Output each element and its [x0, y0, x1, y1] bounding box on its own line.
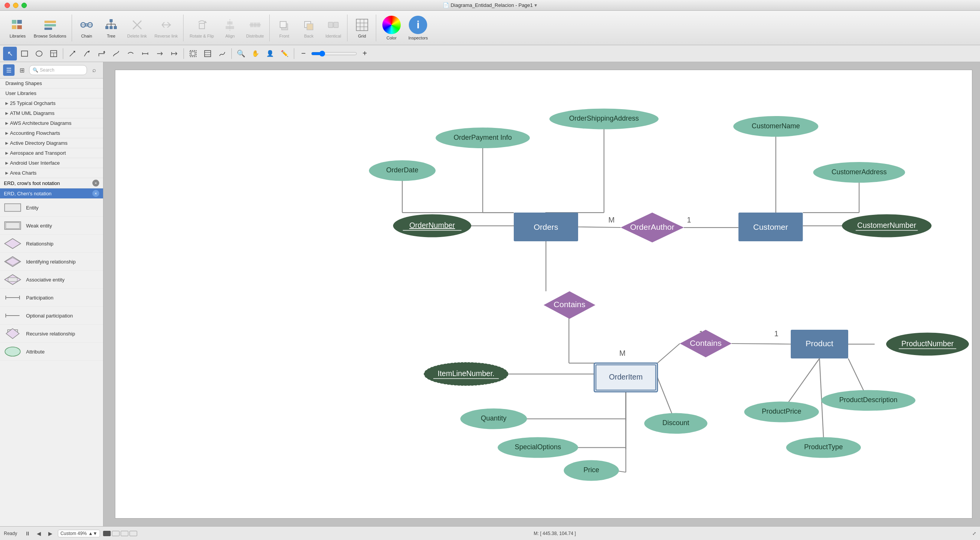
swimlane-tool[interactable] — [201, 47, 215, 61]
browse-solutions-button[interactable]: Browse Solutions — [31, 15, 69, 41]
section-drawing-shapes[interactable]: Drawing Shapes — [0, 79, 103, 88]
connector-tool-8[interactable] — [167, 47, 181, 61]
reverse-link-label: Reverse link — [154, 34, 178, 38]
pan-tool[interactable]: ✋ — [249, 47, 262, 61]
svg-text:OrderAuthor: OrderAuthor — [630, 223, 675, 231]
svg-rect-30 — [257, 23, 260, 27]
section-atm-uml[interactable]: ▶ ATM UML Diagrams — [0, 108, 103, 118]
traffic-lights — [5, 3, 27, 8]
shape-weak-entity[interactable]: Weak entity — [0, 217, 103, 235]
section-accounting[interactable]: ▶ Accounting Flowcharts — [0, 128, 103, 138]
section-aerospace[interactable]: ▶ Aerospace and Transport — [0, 148, 103, 158]
section-aws[interactable]: ▶ AWS Architecture Diagrams — [0, 118, 103, 128]
zoom-out-btn[interactable]: 🔍 — [234, 47, 248, 61]
svg-rect-66 — [5, 204, 21, 211]
shape-recursive-rel[interactable]: Recursive relationship — [0, 325, 103, 343]
search-button[interactable]: ⌕ — [88, 64, 100, 76]
connector-tool-2[interactable] — [80, 47, 94, 61]
shape-identifying-rel[interactable]: Identifying relationship — [0, 253, 103, 271]
shape-entity[interactable]: Entity — [0, 199, 103, 217]
table-tool[interactable] — [47, 47, 61, 61]
select-tool[interactable]: ↖ — [3, 47, 17, 61]
dropdown-arrow[interactable]: ▾ — [534, 2, 537, 8]
svg-marker-70 — [5, 257, 21, 267]
main-toolbar: Libraries Browse Solutions Chain — [0, 11, 980, 45]
close-button[interactable] — [5, 3, 10, 8]
zoom-label: Custom 49% — [61, 531, 87, 536]
inspectors-button[interactable]: i Inspectors — [405, 13, 431, 43]
identical-button[interactable]: Identical — [322, 15, 345, 41]
attribute-preview — [4, 345, 21, 358]
shape-relationship[interactable]: Relationship — [0, 235, 103, 253]
libraries-button[interactable]: Libraries — [6, 15, 29, 41]
zoom-dropdown[interactable]: Custom 49% ▲▼ — [58, 530, 100, 537]
zoom-out-control[interactable]: − — [297, 47, 310, 61]
reverse-link-button[interactable]: Reverse link — [151, 15, 181, 41]
library-chens-notation[interactable]: ERD, Chen's notation × — [0, 188, 103, 199]
person-tool[interactable]: 👤 — [263, 47, 277, 61]
shape-opt-participation[interactable]: Optional participation — [0, 307, 103, 325]
connector-tool-4[interactable] — [109, 47, 123, 61]
page-view-3[interactable] — [121, 531, 128, 536]
freehand-tool[interactable] — [215, 47, 229, 61]
section-android[interactable]: ▶ Android User Interface — [0, 158, 103, 168]
zoom-slider[interactable] — [311, 51, 357, 57]
back-button[interactable]: Back — [297, 15, 320, 41]
rotate-flip-button[interactable]: Rotate & Flip — [187, 15, 217, 41]
section-orgcharts[interactable]: ▶ 25 Typical Orgcharts — [0, 98, 103, 108]
container-tool[interactable] — [186, 47, 200, 61]
list-view-button[interactable]: ☰ — [3, 64, 15, 76]
prev-page-button[interactable]: ◀ — [35, 529, 43, 538]
toolbar-group-grid: Grid — [348, 15, 376, 41]
search-box[interactable]: 🔍 Search — [29, 65, 87, 75]
connector-tool-5[interactable] — [124, 47, 138, 61]
close-library-button[interactable]: × — [92, 190, 99, 197]
maximize-button[interactable] — [21, 3, 27, 8]
toolbar-group-link: Chain Tree Delete link — [73, 15, 184, 41]
shape-participation[interactable]: Participation — [0, 289, 103, 307]
grid-button[interactable]: Grid — [351, 15, 374, 41]
connector-tool-1[interactable] — [66, 47, 79, 61]
svg-text:CustomerAddress: CustomerAddress — [831, 168, 887, 176]
delete-link-button[interactable]: Delete link — [124, 15, 150, 41]
sidebar-content: Drawing Shapes User Libraries ▶ 25 Typic… — [0, 79, 103, 526]
shape-attribute[interactable]: Attribute — [0, 343, 103, 361]
connector-tool-3[interactable] — [95, 47, 108, 61]
close-library-button[interactable]: × — [92, 180, 99, 187]
next-page-button[interactable]: ▶ — [46, 529, 55, 538]
pencil-tool[interactable]: ✏️ — [278, 47, 292, 61]
tree-button[interactable]: Tree — [100, 15, 123, 41]
minimize-button[interactable] — [13, 3, 18, 8]
diagram-canvas[interactable]: M 1 1 M 1 1 Orders Customer Product — [115, 70, 972, 519]
grid-view-button[interactable]: ⊞ — [16, 64, 28, 76]
align-button[interactable]: Align — [218, 15, 241, 41]
shape-assoc-entity[interactable]: Associative entity — [0, 271, 103, 289]
color-button[interactable]: Color — [379, 13, 404, 43]
library-crows-foot[interactable]: ERD, crow's foot notation × — [0, 178, 103, 188]
page-view-2[interactable] — [112, 531, 120, 536]
shape-label: Relationship — [26, 241, 54, 247]
connector-tool-6[interactable] — [138, 47, 152, 61]
section-user-libraries[interactable]: User Libraries — [0, 88, 103, 98]
search-placeholder: Search — [40, 67, 54, 73]
canvas-container[interactable]: M 1 1 M 1 1 Orders Customer Product — [103, 62, 980, 526]
page-view-4[interactable] — [129, 531, 137, 536]
ellipse-tool[interactable] — [32, 47, 46, 61]
connector-tool-7[interactable] — [153, 47, 167, 61]
svg-text:M: M — [619, 349, 625, 357]
svg-text:OrderNumber: OrderNumber — [409, 221, 455, 229]
chain-button[interactable]: Chain — [75, 15, 98, 41]
expand-icon[interactable]: ⤢ — [972, 531, 976, 536]
rect-tool[interactable] — [18, 47, 31, 61]
svg-rect-61 — [190, 51, 196, 57]
shape-label: Identifying relationship — [26, 259, 75, 265]
distribute-button[interactable]: Distribute — [243, 15, 267, 41]
library-label: ERD, Chen's notation — [4, 191, 52, 196]
page-view-1[interactable] — [103, 531, 111, 536]
pause-button[interactable]: ⏸ — [23, 529, 32, 538]
front-button[interactable]: Front — [273, 15, 296, 41]
zoom-in-control[interactable]: + — [358, 47, 372, 61]
section-active-directory[interactable]: ▶ Active Directory Diagrams — [0, 138, 103, 148]
section-area-charts[interactable]: ▶ Area Charts — [0, 168, 103, 178]
svg-point-80 — [5, 347, 20, 356]
